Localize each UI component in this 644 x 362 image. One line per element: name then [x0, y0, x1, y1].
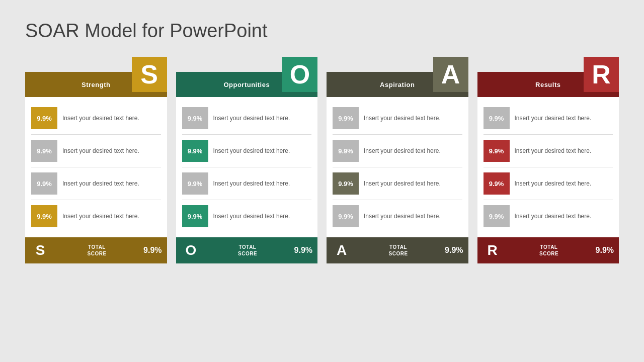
- item-text-A-1: Insert your desired text here.: [364, 147, 441, 155]
- footer-score-S: 9.9%: [143, 246, 162, 255]
- item-text-R-1: Insert your desired text here.: [515, 147, 592, 155]
- item-S-2: 9.9%Insert your desired text here.: [31, 167, 161, 200]
- item-text-A-2: Insert your desired text here.: [364, 179, 441, 188]
- item-text-O-2: Insert your desired text here.: [213, 179, 290, 188]
- header-A: AspirationA: [327, 57, 468, 97]
- item-A-1: 9.9%Insert your desired text here.: [333, 135, 462, 167]
- footer-S: STOTAL SCORE9.9%: [25, 237, 167, 263]
- item-R-1: 9.9%Insert your desired text here.: [484, 135, 613, 167]
- header-label-A: Aspiration: [380, 81, 415, 88]
- letter-box-S: S: [132, 57, 167, 92]
- item-O-3: 9.9%Insert your desired text here.: [182, 200, 312, 232]
- footer-letter-R: R: [482, 242, 503, 258]
- letter-box-O: O: [282, 57, 317, 92]
- footer-score-R: 9.9%: [596, 246, 614, 255]
- badge-A-0: 9.9%: [333, 107, 359, 129]
- footer-letter-A: A: [332, 242, 352, 258]
- badge-R-3: 9.9%: [484, 205, 510, 227]
- item-A-2: 9.9%Insert your desired text here.: [333, 167, 462, 200]
- page-title: SOAR Model for PowerPoint: [25, 20, 619, 42]
- footer-letter-S: S: [30, 242, 50, 258]
- item-text-A-3: Insert your desired text here.: [364, 212, 441, 221]
- column-S: StrengthS9.9%Insert your desired text he…: [25, 57, 167, 263]
- item-text-S-3: Insert your desired text here.: [62, 212, 139, 221]
- item-O-1: 9.9%Insert your desired text here.: [182, 135, 312, 167]
- letter-box-R: R: [584, 57, 619, 92]
- footer-label-R: TOTAL SCORE: [507, 244, 592, 257]
- item-text-R-0: Insert your desired text here.: [515, 114, 592, 123]
- header-label-S: Strength: [82, 81, 110, 88]
- footer-A: ATOTAL SCORE9.9%: [327, 237, 468, 263]
- item-text-O-1: Insert your desired text here.: [213, 147, 290, 155]
- item-O-0: 9.9%Insert your desired text here.: [182, 102, 312, 135]
- badge-A-2: 9.9%: [333, 172, 359, 195]
- footer-score-O: 9.9%: [294, 246, 312, 255]
- page: SOAR Model for PowerPoint StrengthS9.9%I…: [0, 0, 644, 362]
- badge-O-1: 9.9%: [182, 140, 208, 162]
- header-S: StrengthS: [25, 57, 167, 97]
- footer-letter-O: O: [181, 242, 201, 258]
- header-label-R: Results: [535, 81, 560, 88]
- badge-A-1: 9.9%: [333, 140, 359, 162]
- item-text-O-3: Insert your desired text here.: [213, 212, 290, 221]
- badge-S-1: 9.9%: [31, 140, 57, 162]
- item-S-3: 9.9%Insert your desired text here.: [31, 200, 161, 232]
- header-label-O: Opportunities: [223, 81, 270, 88]
- letter-box-A: A: [433, 57, 468, 92]
- column-O: OpportunitiesO9.9%Insert your desired te…: [176, 57, 318, 263]
- footer-score-A: 9.9%: [445, 246, 463, 255]
- footer-label-S: TOTAL SCORE: [54, 244, 139, 257]
- header-O: OpportunitiesO: [176, 57, 318, 97]
- badge-R-2: 9.9%: [484, 172, 510, 195]
- badge-S-2: 9.9%: [31, 172, 57, 195]
- column-R: ResultsR9.9%Insert your desired text her…: [477, 57, 619, 263]
- items-S: 9.9%Insert your desired text here.9.9%In…: [25, 97, 167, 237]
- item-text-R-2: Insert your desired text here.: [515, 179, 592, 188]
- items-O: 9.9%Insert your desired text here.9.9%In…: [176, 97, 318, 237]
- item-S-0: 9.9%Insert your desired text here.: [31, 102, 161, 135]
- badge-R-0: 9.9%: [484, 107, 510, 129]
- item-R-0: 9.9%Insert your desired text here.: [484, 102, 613, 135]
- items-A: 9.9%Insert your desired text here.9.9%In…: [327, 97, 468, 237]
- badge-A-3: 9.9%: [333, 205, 359, 227]
- item-text-A-0: Insert your desired text here.: [364, 114, 441, 123]
- item-text-S-1: Insert your desired text here.: [62, 147, 139, 155]
- footer-O: OTOTAL SCORE9.9%: [176, 237, 318, 263]
- item-A-3: 9.9%Insert your desired text here.: [333, 200, 462, 232]
- badge-O-3: 9.9%: [182, 205, 208, 227]
- badge-O-2: 9.9%: [182, 172, 208, 195]
- badge-O-0: 9.9%: [182, 107, 208, 129]
- item-A-0: 9.9%Insert your desired text here.: [333, 102, 462, 135]
- item-text-S-0: Insert your desired text here.: [62, 114, 139, 123]
- columns-container: StrengthS9.9%Insert your desired text he…: [25, 57, 619, 263]
- column-A: AspirationA9.9%Insert your desired text …: [327, 57, 468, 263]
- item-text-S-2: Insert your desired text here.: [62, 179, 139, 188]
- item-text-R-3: Insert your desired text here.: [515, 212, 592, 221]
- items-R: 9.9%Insert your desired text here.9.9%In…: [477, 97, 619, 237]
- item-S-1: 9.9%Insert your desired text here.: [31, 135, 161, 167]
- item-O-2: 9.9%Insert your desired text here.: [182, 167, 312, 200]
- header-R: ResultsR: [477, 57, 619, 97]
- footer-label-O: TOTAL SCORE: [205, 244, 290, 257]
- item-R-3: 9.9%Insert your desired text here.: [484, 200, 613, 232]
- item-text-O-0: Insert your desired text here.: [213, 114, 290, 123]
- footer-label-A: TOTAL SCORE: [356, 244, 441, 257]
- badge-S-3: 9.9%: [31, 205, 57, 227]
- footer-R: RTOTAL SCORE9.9%: [477, 237, 619, 263]
- badge-R-1: 9.9%: [484, 140, 510, 162]
- badge-S-0: 9.9%: [31, 107, 57, 129]
- item-R-2: 9.9%Insert your desired text here.: [484, 167, 613, 200]
